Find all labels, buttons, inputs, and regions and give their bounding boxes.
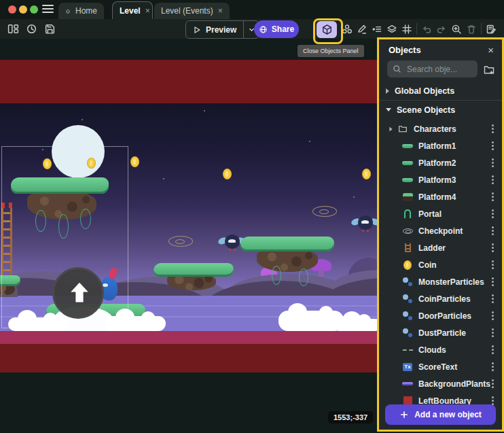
tab-level-events[interactable]: Level (Events) × <box>154 3 230 19</box>
portal-icon <box>401 209 414 218</box>
cloud-object[interactable] <box>106 316 166 331</box>
kebab-menu-icon[interactable] <box>492 213 494 215</box>
add-new-object-button[interactable]: Add a new object <box>385 404 496 425</box>
undo-button[interactable] <box>419 21 434 37</box>
kebab-menu-icon[interactable] <box>492 366 494 368</box>
platform-dirt[interactable] <box>257 249 318 272</box>
object-list-item[interactable]: BackgroundPlants <box>379 375 502 392</box>
zoom-in-button[interactable] <box>449 21 464 37</box>
section-global-objects[interactable]: Global Objects <box>379 82 502 100</box>
platform-object[interactable] <box>240 237 334 252</box>
kebab-menu-icon[interactable] <box>492 400 494 402</box>
preview-button[interactable]: Preview <box>186 21 243 38</box>
kebab-menu-icon[interactable] <box>492 247 494 249</box>
coin-icon <box>401 260 414 270</box>
object-list-item[interactable]: Coin <box>379 256 502 273</box>
menu-icon[interactable] <box>42 5 54 14</box>
trash-icon <box>466 24 477 35</box>
add-folder-button[interactable] <box>483 63 495 75</box>
object-list-item[interactable]: Platform1 <box>379 137 502 154</box>
object-list-item[interactable]: DustParticle <box>379 324 502 341</box>
grid-icon <box>401 24 412 35</box>
coin-object[interactable] <box>130 156 139 167</box>
object-list-item[interactable]: Portal <box>379 205 502 222</box>
object-list-item[interactable]: CoinParticles <box>379 290 502 307</box>
object-list-item[interactable]: Platform3 <box>379 171 502 188</box>
monster-eyes <box>361 220 369 224</box>
globe-icon <box>259 25 268 34</box>
zoom-in-icon <box>451 24 462 35</box>
object-list-item-characters[interactable]: Characters <box>379 120 502 137</box>
cursor-coordinates-badge: 1553;-337 <box>328 411 373 423</box>
jump-control-button[interactable] <box>52 267 104 319</box>
cloud-object[interactable] <box>8 317 68 331</box>
object-list-item[interactable]: Platform2 <box>379 154 502 171</box>
object-list-item[interactable]: Platform4 <box>379 188 502 205</box>
kebab-menu-icon[interactable] <box>492 145 494 147</box>
tab-close-icon[interactable]: × <box>145 6 150 16</box>
kebab-menu-icon[interactable] <box>492 162 494 164</box>
checkpoint-object[interactable] <box>168 236 193 247</box>
objects-cube-icon <box>321 24 333 35</box>
vine <box>272 266 281 285</box>
edit-pencil-icon <box>357 24 367 35</box>
object-groups-button[interactable] <box>340 21 355 37</box>
expand-arrow-icon <box>386 108 391 111</box>
monster-object[interactable] <box>352 214 379 232</box>
kebab-menu-icon[interactable] <box>492 315 494 317</box>
coin-object[interactable] <box>223 169 232 179</box>
close-window-button[interactable] <box>8 5 16 14</box>
plus-icon <box>399 410 409 419</box>
layers-button[interactable] <box>384 21 399 37</box>
search-box[interactable] <box>387 60 478 77</box>
kebab-menu-icon[interactable] <box>492 230 494 232</box>
instances-list-button[interactable] <box>370 21 384 37</box>
kebab-menu-icon[interactable] <box>492 264 494 266</box>
panel-layout-button[interactable] <box>5 20 20 37</box>
object-list-item[interactable]: Tx ScoreText <box>379 358 502 375</box>
minimize-window-button[interactable] <box>19 5 27 14</box>
delete-button[interactable] <box>464 21 479 37</box>
search-input[interactable] <box>406 64 472 75</box>
edit-button[interactable] <box>355 21 370 37</box>
text-object-icon: Tx <box>401 363 414 371</box>
redo-button[interactable] <box>434 21 449 37</box>
section-scene-objects[interactable]: Scene Objects <box>379 101 502 119</box>
kebab-menu-icon[interactable] <box>492 383 494 385</box>
kebab-menu-icon[interactable] <box>492 179 494 181</box>
titlebar: Home Level × Level (Events) × <box>0 0 504 19</box>
object-list-item[interactable]: DoorParticles <box>379 307 502 324</box>
cloud-object[interactable] <box>333 319 382 331</box>
folder-plus-icon <box>483 63 495 75</box>
close-panel-icon[interactable]: × <box>488 45 494 55</box>
tab-close-icon[interactable]: × <box>218 6 223 16</box>
object-list-item[interactable]: Ladder <box>379 239 502 256</box>
app-window: Home Level × Level (Events) × Pr <box>0 0 504 433</box>
kebab-menu-icon[interactable] <box>492 196 494 198</box>
object-list-item[interactable]: Clouds <box>379 341 502 358</box>
star <box>163 178 164 179</box>
tab-home[interactable]: Home <box>58 3 104 19</box>
kebab-menu-icon[interactable] <box>492 128 494 130</box>
save-button[interactable] <box>42 20 57 37</box>
kebab-menu-icon[interactable] <box>492 332 494 334</box>
coin-object[interactable] <box>362 169 371 179</box>
scene-properties-button[interactable] <box>484 21 499 37</box>
kebab-menu-icon[interactable] <box>492 298 494 300</box>
platform-object[interactable] <box>154 263 234 277</box>
grid-button[interactable] <box>399 21 414 37</box>
save-icon <box>44 23 56 35</box>
kebab-menu-icon[interactable] <box>492 281 494 283</box>
history-button[interactable] <box>24 20 39 37</box>
tab-level[interactable]: Level × <box>112 1 153 19</box>
object-list-item[interactable]: MonsterParticles <box>379 273 502 290</box>
share-button[interactable]: Share <box>254 20 299 38</box>
monster-eyes <box>228 239 236 243</box>
objects-panel-toggle-button[interactable] <box>317 21 337 38</box>
kebab-menu-icon[interactable] <box>492 349 494 351</box>
layers-icon <box>386 24 397 35</box>
checkpoint-object[interactable] <box>312 206 337 217</box>
object-list-item[interactable]: Checkpoint <box>379 222 502 239</box>
platform-tall-icon <box>401 193 414 201</box>
maximize-window-button[interactable] <box>30 5 38 14</box>
